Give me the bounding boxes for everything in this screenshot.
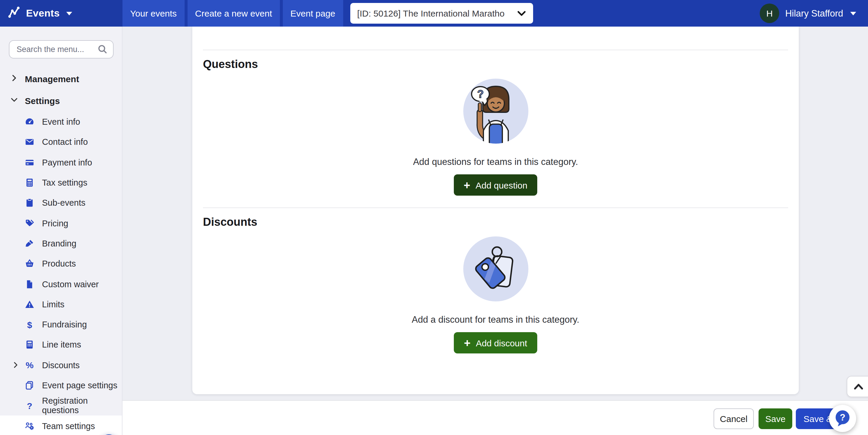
event-selector-value: [ID: 50126] The International Maratho	[357, 8, 517, 18]
sidebar-item-label: Registration questions	[42, 396, 122, 415]
chevron-right-icon	[10, 74, 18, 83]
chevron-down-icon	[10, 96, 18, 105]
nav-event-page[interactable]: Event page	[283, 0, 343, 27]
envelope-icon	[25, 137, 34, 147]
sidebar-item-registration-questions[interactable]: ? Registration questions	[0, 395, 122, 416]
price-tags-illustration	[463, 236, 528, 301]
sidebar-item-custom-waiver[interactable]: Custom waiver	[0, 274, 122, 294]
help-button[interactable]: ?	[829, 405, 856, 432]
network-graph-icon	[8, 6, 21, 21]
app-viewport: Events Your events Create a new event Ev…	[0, 0, 868, 435]
topbar: Events Your events Create a new event Ev…	[0, 0, 868, 27]
empty-state-description: Add a discount for teams in this categor…	[203, 314, 788, 325]
event-selector[interactable]: [ID: 50126] The International Maratho	[350, 3, 533, 24]
sidebar-settings-list: Event info Contact info Payment info Tax…	[0, 112, 122, 435]
settings-card: Questions	[192, 27, 799, 394]
sidebar-item-label: Line items	[42, 340, 81, 349]
cancel-button[interactable]: Cancel	[714, 408, 754, 429]
team-gear-icon	[25, 421, 34, 431]
add-question-button[interactable]: + Add question	[454, 174, 537, 196]
sidebar-item-label: Event info	[42, 117, 80, 127]
brush-icon	[25, 239, 34, 248]
clipboard-icon	[25, 198, 34, 208]
svg-text:?: ?	[840, 412, 845, 422]
sidebar-item-label: Event page settings	[42, 380, 118, 390]
add-question-label: Add question	[476, 180, 527, 190]
nav-your-events[interactable]: Your events	[122, 0, 184, 27]
brand-menu[interactable]: Events	[0, 0, 122, 27]
pages-icon	[25, 380, 34, 390]
sidebar-item-pricing[interactable]: Pricing	[0, 213, 122, 233]
sidebar-item-label: Pricing	[42, 219, 68, 228]
sidebar-section-label: Management	[25, 74, 79, 83]
sidebar-item-line-items[interactable]: Line items	[0, 335, 122, 355]
chevron-right-icon	[12, 361, 20, 370]
sidebar-item-payment-info[interactable]: Payment info	[0, 152, 122, 173]
tags-icon	[25, 219, 34, 228]
sidebar-search	[9, 40, 113, 59]
sidebar-item-tax-settings[interactable]: Tax settings	[0, 173, 122, 193]
sidebar-item-contact-info[interactable]: Contact info	[0, 132, 122, 153]
add-discount-label: Add discount	[476, 338, 527, 348]
calculator-icon	[25, 178, 34, 187]
sidebar-item-label: Fundraising	[42, 320, 87, 329]
footer-actions-bar: Cancel Save Save & e	[122, 400, 868, 435]
sidebar-item-label: Branding	[42, 239, 76, 248]
sidebar-item-label: Tax settings	[42, 178, 87, 187]
calculator-icon	[25, 340, 34, 349]
document-icon	[25, 279, 34, 289]
basket-icon	[25, 259, 34, 268]
sidebar-item-sub-events[interactable]: Sub-events	[0, 193, 122, 213]
avatar: H	[760, 4, 779, 23]
save-button[interactable]: Save	[758, 408, 792, 429]
chevron-down-icon	[66, 11, 72, 15]
sidebar-item-fundraising[interactable]: $ Fundraising	[0, 314, 122, 335]
percent-icon: %	[25, 360, 34, 370]
sidebar-section-settings[interactable]: Settings	[0, 93, 122, 107]
sidebar-item-event-info[interactable]: Event info	[0, 112, 122, 132]
user-name: Hilary Stafford	[785, 8, 843, 19]
sidebar-item-branding[interactable]: Branding	[0, 233, 122, 254]
search-icon[interactable]	[98, 44, 108, 57]
brand-label: Events	[26, 7, 60, 19]
warning-triangle-icon	[25, 300, 34, 309]
question-icon: ?	[25, 401, 34, 411]
nav-create-event[interactable]: Create a new event	[187, 0, 280, 27]
sidebar-item-label: Payment info	[42, 158, 92, 167]
sidebar-item-label: Limits	[42, 300, 64, 309]
sidebar-item-event-page-settings[interactable]: Event page settings	[0, 375, 122, 396]
sidebar-section-label: Settings	[25, 96, 60, 105]
sidebar-item-label: Discounts	[42, 360, 80, 370]
sidebar: Management Settings Event info Contact i…	[0, 27, 122, 435]
plus-icon: +	[464, 179, 470, 191]
credit-card-icon	[25, 158, 34, 167]
sidebar-item-label: Sub-events	[42, 198, 86, 208]
chevron-down-icon	[850, 11, 856, 15]
woman-question-bubble-illustration: ?	[463, 78, 528, 144]
questions-section: Questions	[203, 49, 788, 207]
sidebar-item-label: Custom waiver	[42, 279, 99, 289]
sidebar-section-management[interactable]: Management	[0, 71, 122, 86]
gauge-icon	[25, 117, 34, 127]
sidebar-item-team-settings[interactable]: Team settings	[0, 416, 122, 435]
add-discount-button[interactable]: + Add discount	[454, 332, 537, 354]
plus-icon: +	[464, 337, 470, 348]
scroll-to-top-button[interactable]	[847, 376, 868, 397]
chevron-down-icon	[517, 8, 526, 19]
sidebar-item-limits[interactable]: Limits	[0, 294, 122, 314]
dollar-icon: $	[25, 320, 34, 330]
sidebar-item-label: Team settings	[42, 421, 95, 431]
sidebar-item-label: Contact info	[42, 137, 88, 147]
help-bubble-icon: ?	[833, 409, 852, 428]
svg-text:?: ?	[477, 88, 484, 100]
sidebar-item-discounts[interactable]: % Discounts	[0, 355, 122, 375]
chevron-up-icon	[853, 382, 864, 391]
discounts-section: Discounts Add a discount for team	[203, 207, 788, 365]
sidebar-item-label: Products	[42, 259, 76, 268]
sidebar-item-products[interactable]: Products	[0, 254, 122, 274]
section-title: Discounts	[203, 216, 788, 229]
empty-state-description: Add questions for teams in this category…	[203, 157, 788, 167]
section-title: Questions	[203, 58, 788, 71]
user-menu[interactable]: H Hilary Stafford	[760, 4, 868, 23]
